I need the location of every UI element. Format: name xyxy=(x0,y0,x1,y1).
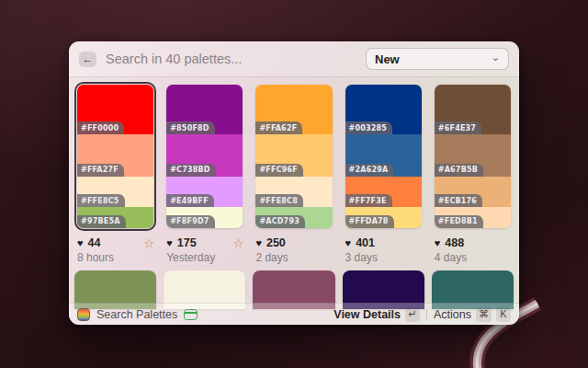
palette-list-item: #6F4E37#A67B5B#ECB176#FED8B1 ♥ 488 ☆ 4 d… xyxy=(432,82,514,264)
hex-code-tag: #FF0000 xyxy=(77,121,124,134)
hex-code-tag: #FFE8C5 xyxy=(77,194,125,207)
hex-code-tag: #F8F9D7 xyxy=(166,215,214,228)
hex-code-tag: #6F4E37 xyxy=(435,121,481,134)
color-swatch: #FFA27F xyxy=(77,134,153,176)
palette-list-item: #FF0000#FFA27F#FFE8C5#97BE5A ♥ 44 ☆ 8 ho… xyxy=(74,82,156,264)
k-key-icon: K xyxy=(496,307,511,322)
app-palette-icon xyxy=(77,308,90,321)
palette-age: 8 hours xyxy=(77,251,154,264)
view-details-label: View Details xyxy=(334,308,401,321)
color-swatch: #ECB176 xyxy=(435,177,511,208)
palette-search-window: ← Search in 40 palettes... New ⌄ #FF0000… xyxy=(69,41,519,325)
sort-dropdown[interactable]: New ⌄ xyxy=(366,48,509,70)
search-input[interactable]: Search in 40 palettes... xyxy=(106,52,356,66)
hex-code-tag: #FFDA78 xyxy=(345,215,394,228)
hex-code-tag: #FFE8C8 xyxy=(255,194,303,207)
color-swatch: #FFE8C5 xyxy=(77,177,153,208)
palette-list-item: #850F8D#C738BD#E49BFF#F8F9D7 ♥ 175 ☆ Yes… xyxy=(164,82,245,264)
color-swatch: #FFA62F xyxy=(255,85,332,134)
color-swatch: #FF7F3E xyxy=(345,177,422,208)
heart-icon: ♥ xyxy=(345,238,352,248)
color-swatch: #E49BFF xyxy=(166,177,243,208)
likes-count: 488 xyxy=(445,236,464,249)
hex-code-tag: #2A629A xyxy=(345,164,394,177)
color-swatch: #850F8D xyxy=(166,85,243,134)
heart-icon: ♥ xyxy=(77,238,84,248)
palette-age: Yesterday xyxy=(166,251,243,264)
color-swatch: #F8F9D7 xyxy=(166,207,243,228)
color-swatch: #6F4E37 xyxy=(435,85,511,134)
color-swatch: #2A629A xyxy=(345,134,422,176)
cmd-key-icon: ⌘ xyxy=(476,307,492,322)
color-swatch: #FF0000 xyxy=(77,85,153,134)
actions-button[interactable]: Actions ⌘ K xyxy=(434,307,511,322)
view-details-button[interactable]: View Details ↵ xyxy=(334,307,420,322)
hex-code-tag: #850F8D xyxy=(166,121,214,134)
color-swatch: #003285 xyxy=(345,85,422,134)
heart-icon: ♥ xyxy=(255,238,262,248)
hex-code-tag: #ECB176 xyxy=(435,194,482,207)
sort-dropdown-value: New xyxy=(375,52,486,66)
hex-code-tag: #C738BD xyxy=(166,164,215,177)
color-swatch: #C738BD xyxy=(166,134,243,176)
likes-count: 44 xyxy=(88,236,101,249)
hex-code-tag: #FFC96F xyxy=(255,164,303,177)
grid-view-icon xyxy=(184,309,198,320)
color-swatch: #FFDA78 xyxy=(345,207,422,228)
hex-code-tag: #FFA62F xyxy=(255,121,302,134)
hex-code-tag: #A67B5B xyxy=(435,164,483,177)
back-arrow-icon: ← xyxy=(83,53,94,64)
hex-code-tag: #FFA27F xyxy=(77,164,124,177)
color-swatch: #FFE8C8 xyxy=(255,177,332,208)
search-header: ← Search in 40 palettes... New ⌄ xyxy=(69,41,519,77)
hex-code-tag: #FF7F3E xyxy=(345,194,392,207)
hex-code-tag: #E49BFF xyxy=(166,194,214,207)
palette-card[interactable]: #6F4E37#A67B5B#ECB176#FED8B1 xyxy=(432,82,514,231)
color-swatch: #97BE5A xyxy=(77,207,153,228)
hex-code-tag: #ACD793 xyxy=(255,215,305,228)
app-name: Search Palettes xyxy=(96,308,177,321)
palette-age: 4 days xyxy=(435,251,512,264)
palette-list-item: #FFA62F#FFC96F#FFE8C8#ACD793 ♥ 250 ☆ 2 d… xyxy=(253,82,334,264)
favorite-star-icon[interactable]: ☆ xyxy=(144,237,155,249)
color-swatch: #FED8B1 xyxy=(435,207,511,228)
color-swatch: #ACD793 xyxy=(255,207,332,228)
palette-card[interactable]: #FFA62F#FFC96F#FFE8C8#ACD793 xyxy=(253,82,334,231)
palette-list-item: #003285#2A629A#FF7F3E#FFDA78 ♥ 401 ☆ 3 d… xyxy=(343,82,424,264)
palette-card[interactable]: #FF0000#FFA27F#FFE8C5#97BE5A xyxy=(74,82,156,231)
likes-count: 250 xyxy=(266,236,286,249)
actions-label: Actions xyxy=(434,308,471,321)
palette-row: #FF0000#FFA27F#FFE8C5#97BE5A ♥ 44 ☆ 8 ho… xyxy=(74,82,514,264)
hex-code-tag: #97BE5A xyxy=(77,215,126,228)
color-swatch: #A67B5B xyxy=(435,134,511,176)
likes-count: 401 xyxy=(356,236,375,249)
color-swatch: #FFC96F xyxy=(255,134,332,176)
status-bar: Search Palettes View Details ↵ Actions ⌘… xyxy=(69,303,519,325)
favorite-star-icon[interactable]: ☆ xyxy=(233,237,244,249)
palette-card[interactable]: #850F8D#C738BD#E49BFF#F8F9D7 xyxy=(164,82,245,231)
footer-divider xyxy=(426,309,427,320)
palette-card[interactable]: #003285#2A629A#FF7F3E#FFDA78 xyxy=(343,82,424,231)
enter-key-icon: ↵ xyxy=(405,307,420,322)
palette-age: 3 days xyxy=(345,251,423,264)
hex-code-tag: #003285 xyxy=(345,121,393,134)
palette-grid: #FF0000#FFA27F#FFE8C5#97BE5A ♥ 44 ☆ 8 ho… xyxy=(69,77,519,309)
heart-icon: ♥ xyxy=(166,238,173,248)
palette-age: 2 days xyxy=(255,251,333,264)
hex-code-tag: #FED8B1 xyxy=(435,215,483,228)
back-button[interactable]: ← xyxy=(79,52,96,67)
likes-count: 175 xyxy=(177,236,197,249)
heart-icon: ♥ xyxy=(435,238,441,248)
